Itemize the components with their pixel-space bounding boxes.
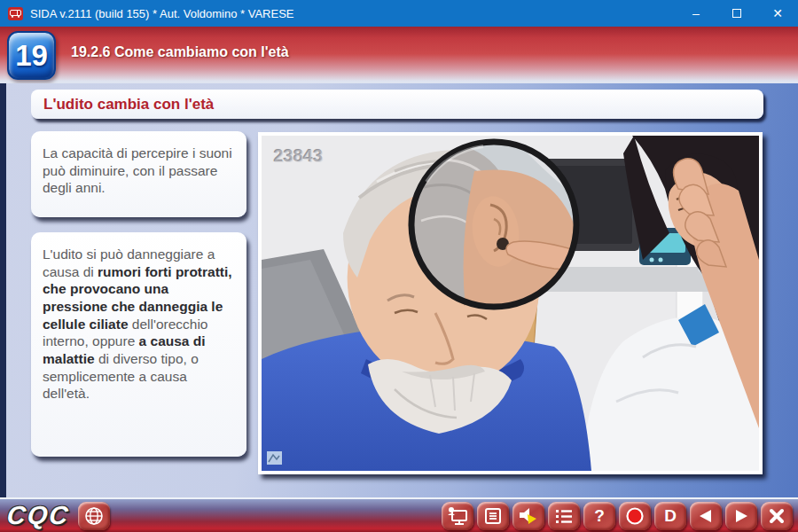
audio-button[interactable] [512, 502, 544, 530]
left-navy-strip [0, 83, 6, 497]
lesson-photo: 23843 23843 [258, 132, 763, 474]
sida-application-window: SIDA v.2111 (build 155) * Aut. Voldomino… [0, 0, 798, 532]
app-bus-icon [8, 7, 23, 20]
speaker-play-icon [518, 506, 539, 526]
x-icon [769, 508, 785, 524]
previous-button[interactable] [690, 502, 722, 530]
minimize-button[interactable]: – [676, 0, 716, 27]
index-button[interactable] [548, 502, 580, 530]
chapter-number-badge: 19 [7, 31, 56, 80]
lesson-section-title: L'udito cambia con l'età [31, 90, 763, 119]
chapter-title: 19.2.6 Come cambiamo con l'età [71, 44, 289, 60]
help-button[interactable]: ? [583, 502, 615, 530]
window-titlebar: SIDA v.2111 (build 155) * Aut. Voldomino… [0, 0, 798, 27]
dictionary-button[interactable]: D [654, 502, 686, 530]
presentation-button[interactable] [442, 502, 473, 530]
lesson-content-area: L'udito cambia con l'età La capacità di … [0, 83, 798, 497]
maximize-icon [732, 9, 741, 18]
chapter-header: 19 19.2.6 Come cambiamo con l'età [0, 27, 798, 83]
svg-text:23843: 23843 [274, 146, 324, 166]
record-dot-icon [625, 506, 645, 526]
window-title: SIDA v.2111 (build 155) * Aut. Voldomino… [30, 7, 293, 20]
arrow-left-icon [697, 508, 715, 524]
close-window-button[interactable]: ✕ [757, 0, 798, 27]
next-button[interactable] [725, 502, 757, 530]
magnifying-mirror [411, 142, 577, 308]
document-icon [484, 507, 502, 525]
lesson-text-box-2: L'udito si può danneggiare a causa di ru… [31, 232, 246, 457]
record-button[interactable] [619, 502, 651, 530]
arrow-right-icon [732, 508, 750, 524]
bottom-toolbar: CQC [0, 497, 798, 532]
monitor-person-icon [447, 506, 468, 526]
globe-icon [84, 506, 104, 526]
cqc-logo: CQC [5, 501, 71, 530]
lesson-text-box-1: La capacità di percepire i suoni può dim… [31, 131, 246, 217]
bullet-list-icon [554, 507, 574, 525]
stock-logo-watermark [267, 451, 282, 465]
maximize-button[interactable] [716, 0, 757, 27]
globe-button[interactable] [78, 502, 110, 530]
exit-button[interactable] [761, 502, 793, 530]
notes-button[interactable] [477, 502, 509, 530]
